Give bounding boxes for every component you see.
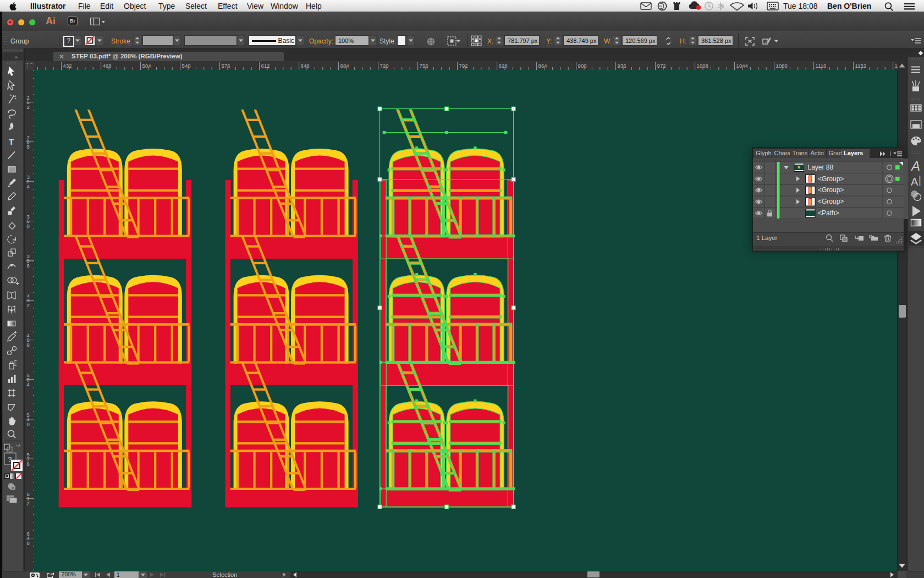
svg-text:0: 0 bbox=[27, 421, 30, 427]
svg-text:648: 648 bbox=[301, 63, 310, 69]
svg-text:792: 792 bbox=[459, 63, 468, 69]
svg-text:864: 864 bbox=[538, 63, 547, 69]
svg-text:1044: 1044 bbox=[736, 63, 748, 69]
svg-text:1116: 1116 bbox=[816, 63, 827, 69]
svg-text:1080: 1080 bbox=[776, 63, 788, 69]
svg-text:432: 432 bbox=[63, 63, 72, 69]
svg-text:A: A bbox=[911, 176, 919, 188]
svg-text:6: 6 bbox=[27, 461, 30, 467]
svg-text:6: 6 bbox=[27, 263, 30, 269]
svg-text:4: 4 bbox=[27, 183, 30, 189]
svg-text:612: 612 bbox=[261, 63, 270, 69]
svg-text:576: 576 bbox=[222, 63, 230, 69]
svg-text:8: 8 bbox=[27, 342, 30, 348]
svg-text:720: 720 bbox=[380, 63, 389, 69]
svg-text:A: A bbox=[910, 159, 920, 173]
svg-text:2: 2 bbox=[27, 104, 30, 110]
svg-text:0: 0 bbox=[27, 223, 30, 229]
svg-text:468: 468 bbox=[103, 63, 112, 69]
svg-text:756: 756 bbox=[420, 63, 428, 69]
svg-text:8: 8 bbox=[27, 540, 30, 546]
svg-text:504: 504 bbox=[142, 63, 151, 69]
svg-text:828: 828 bbox=[499, 63, 508, 69]
svg-text:2: 2 bbox=[27, 302, 30, 308]
svg-text:»: » bbox=[15, 54, 18, 60]
svg-text:972: 972 bbox=[657, 63, 666, 69]
svg-text:T: T bbox=[9, 137, 14, 146]
svg-text:1152: 1152 bbox=[855, 63, 866, 69]
svg-text:900: 900 bbox=[578, 63, 587, 69]
svg-text:936: 936 bbox=[618, 63, 626, 69]
svg-text:4: 4 bbox=[27, 381, 30, 388]
svg-text:1008: 1008 bbox=[697, 63, 708, 69]
svg-text:2: 2 bbox=[27, 500, 30, 506]
svg-text:8: 8 bbox=[27, 144, 30, 150]
svg-text:684: 684 bbox=[340, 63, 349, 69]
svg-text:1: 1 bbox=[117, 572, 120, 578]
svg-text:540: 540 bbox=[182, 63, 191, 69]
